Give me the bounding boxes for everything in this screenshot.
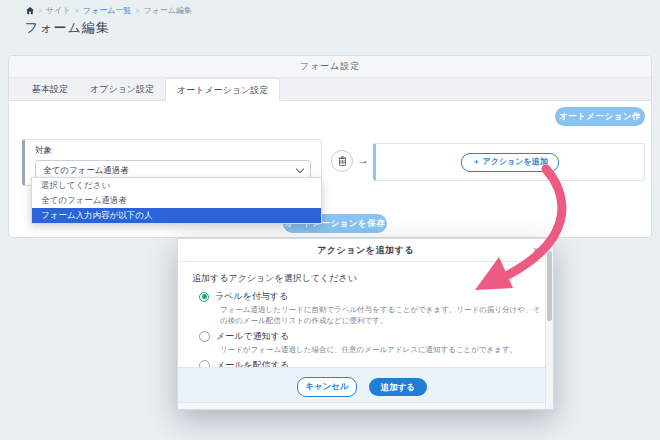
breadcrumb-item-site[interactable]: サイト [46, 5, 71, 16]
radio-option-label: メールで通知する [216, 330, 289, 343]
tab-basic-settings[interactable]: 基本設定 [21, 78, 79, 100]
dropdown-option-placeholder[interactable]: 選択してください [32, 178, 321, 193]
breadcrumb-separator: > [135, 7, 139, 14]
target-select-dropdown: 選択してください 全てのフォーム通過者 フォーム入力内容が以下の人 [31, 177, 322, 224]
page-title: フォーム編集 [25, 19, 110, 37]
radio-option-notify-mail[interactable]: メールで通知する [199, 330, 539, 343]
breadcrumb-item-form-list[interactable]: フォーム一覧 [83, 5, 132, 16]
target-select-value: 全てのフォーム通過者 [43, 165, 129, 175]
radio-selected-icon [199, 292, 209, 302]
breadcrumb-item-form-edit: フォーム編集 [143, 5, 192, 16]
delete-target-button[interactable] [331, 150, 353, 172]
tab-automation-settings[interactable]: オートメーション設定 [165, 78, 280, 101]
settings-tab-bar: 基本設定 オプション設定 オートメーション設定 [9, 78, 651, 101]
radio-option-label: ラベルを付与する [215, 290, 288, 303]
action-card: ＋ アクションを追加 [373, 143, 645, 181]
modal-footer: キャンセル 追加する [178, 367, 546, 406]
scrollbar-thumb[interactable] [547, 251, 552, 321]
radio-icon [199, 331, 210, 342]
radio-option-add-label[interactable]: ラベルを付与する [199, 290, 539, 303]
cancel-button[interactable]: キャンセル [297, 377, 357, 397]
target-label: 対象 [35, 145, 311, 157]
add-action-button[interactable]: ＋ アクションを追加 [461, 153, 559, 172]
add-action-modal: アクションを追加する × 追加するアクションを選択してください ラベルを付与する… [177, 238, 554, 410]
home-icon[interactable] [26, 7, 34, 15]
modal-title: アクションを追加する [317, 245, 414, 255]
panel-header-title: フォーム設定 [9, 56, 651, 78]
submit-button[interactable]: 追加する [369, 378, 427, 396]
trash-icon [338, 152, 347, 170]
chevron-down-icon [296, 165, 304, 173]
breadcrumb-separator: > [38, 7, 42, 14]
modal-vertical-scrollbar[interactable] [545, 239, 553, 409]
dropdown-option-form-input-condition[interactable]: フォーム入力内容が以下の人 [32, 208, 321, 223]
radio-option-description: リードがフォーム通過した場合に、任意のメールアドレスに通知することができます。 [220, 345, 546, 356]
create-automation-button[interactable]: オートメーション作成 [555, 107, 645, 126]
tab-option-settings[interactable]: オプション設定 [79, 78, 165, 100]
radio-option-description: フォーム通過したリードに自動でラベル付与をすることができます。リードの振り分けや… [220, 305, 546, 327]
close-icon[interactable]: × [533, 239, 539, 261]
breadcrumb: > サイト > フォーム一覧 > フォーム編集 [26, 5, 192, 16]
flow-arrow-icon: → [357, 153, 369, 167]
form-edit-page: > サイト > フォーム一覧 > フォーム編集 フォーム編集 フォーム設定 基本… [0, 0, 660, 440]
modal-prompt: 追加するアクションを選択してください [192, 272, 539, 285]
modal-horizontal-scrollbar[interactable] [178, 402, 546, 409]
modal-header: アクションを追加する × [178, 239, 553, 262]
dropdown-option-all-passers[interactable]: 全てのフォーム通過者 [32, 193, 321, 208]
breadcrumb-separator: > [75, 7, 79, 14]
